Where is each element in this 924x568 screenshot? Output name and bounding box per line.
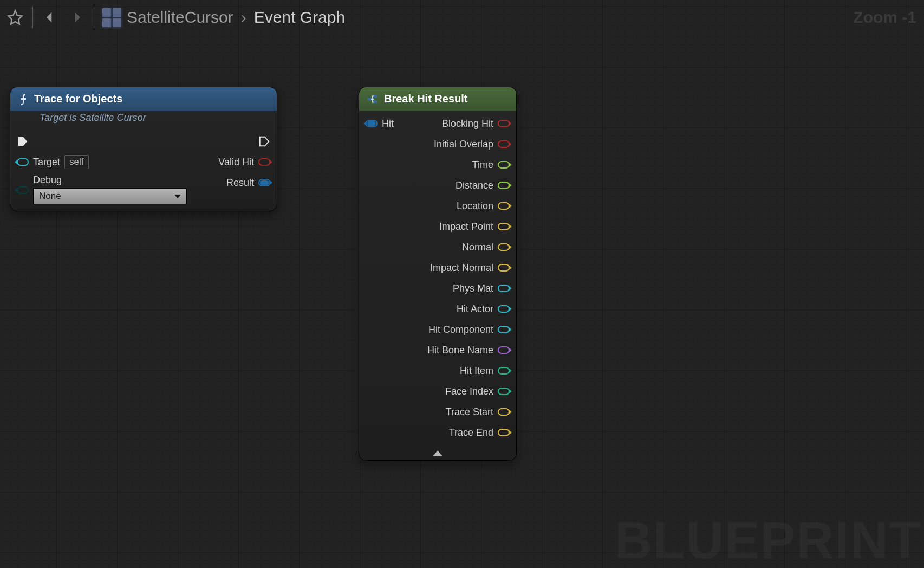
svg-rect-0 — [368, 98, 371, 101]
output-pin[interactable]: Hit Actor — [457, 301, 510, 317]
output-pin[interactable]: Phys Mat — [453, 280, 510, 296]
pin-label: Result — [226, 177, 254, 189]
data-pin-icon — [258, 158, 270, 166]
output-pin[interactable]: Impact Normal — [430, 260, 510, 276]
output-pin[interactable]: Hit Component — [428, 321, 510, 338]
pin-label: Normal — [462, 242, 493, 253]
data-pin-icon — [498, 182, 510, 189]
data-pin-icon — [498, 223, 510, 230]
editor-toolbar: SatelliteCursor › Event Graph Zoom -1 — [0, 0, 924, 35]
data-pin-icon — [366, 120, 378, 127]
pin-label: Hit Bone Name — [427, 345, 493, 356]
node-header[interactable]: Trace for Objects — [10, 87, 277, 111]
node-break-hit-result[interactable]: Break Hit Result Hit Blocking HitInitial… — [359, 87, 517, 461]
dropdown-value: None — [39, 191, 61, 202]
breadcrumb: SatelliteCursor › Event Graph — [127, 8, 345, 27]
pin-label: Debug — [33, 175, 187, 186]
output-pin[interactable]: Distance — [456, 177, 510, 193]
data-pin-icon — [17, 186, 29, 194]
data-pin-icon — [498, 429, 510, 436]
pin-label: Impact Point — [439, 221, 493, 233]
svg-rect-2 — [374, 100, 377, 103]
pin-label: Hit Component — [428, 324, 493, 335]
pin-label: Blocking Hit — [442, 118, 493, 130]
pin-label: Distance — [456, 180, 493, 191]
debug-dropdown[interactable]: None — [33, 188, 187, 204]
output-pin[interactable]: Hit Bone Name — [427, 342, 510, 358]
chevron-up-icon — [433, 450, 442, 456]
pin-label: Valid Hit — [218, 157, 254, 168]
output-pin[interactable]: Face Index — [445, 383, 510, 399]
pin-label: Time — [472, 159, 493, 171]
pin-label: Phys Mat — [453, 283, 493, 294]
pin-label: Face Index — [445, 386, 493, 397]
svg-rect-1 — [374, 95, 377, 98]
pin-label: Target — [33, 157, 60, 168]
separator — [94, 7, 94, 28]
result-pin[interactable]: Result — [226, 175, 270, 191]
pin-label: Hit — [382, 118, 394, 130]
pin-label: Initial Overlap — [434, 139, 493, 150]
output-pin[interactable]: Normal — [462, 239, 510, 255]
node-subtitle: Target is Satellite Cursor — [10, 111, 277, 129]
node-title: Break Hit Result — [384, 93, 468, 105]
data-pin-icon — [498, 161, 510, 169]
data-pin-icon — [498, 305, 510, 313]
favorite-button[interactable] — [4, 7, 26, 28]
blueprint-icon[interactable] — [101, 7, 122, 28]
breadcrumb-current[interactable]: Event Graph — [254, 8, 345, 27]
valid-hit-pin[interactable]: Valid Hit — [218, 154, 270, 170]
expand-node-button[interactable] — [359, 447, 516, 460]
exec-out-pin[interactable] — [258, 133, 270, 150]
zoom-indicator: Zoom -1 — [853, 8, 920, 27]
output-pin[interactable]: Location — [457, 198, 510, 214]
data-pin-icon — [498, 408, 510, 416]
node-header[interactable]: Break Hit Result — [359, 87, 516, 111]
pin-label: Trace End — [449, 427, 493, 438]
pin-label: Hit Actor — [457, 304, 493, 315]
data-pin-icon — [498, 326, 510, 333]
data-pin-icon — [498, 140, 510, 148]
function-icon — [18, 93, 29, 106]
chevron-down-icon — [174, 195, 181, 198]
exec-pin-icon — [17, 135, 29, 147]
output-pin[interactable]: Trace Start — [446, 404, 510, 420]
nav-back-button[interactable] — [40, 7, 61, 28]
exec-in-pin[interactable] — [17, 133, 29, 150]
data-pin-icon — [498, 346, 510, 354]
pin-label: Location — [457, 201, 493, 212]
hit-input-pin[interactable]: Hit — [366, 115, 394, 132]
data-pin-icon — [498, 285, 510, 292]
break-struct-icon — [367, 93, 379, 105]
data-pin-icon — [498, 243, 510, 251]
pin-label: Impact Normal — [430, 262, 493, 274]
data-pin-icon — [498, 120, 510, 127]
data-pin-icon — [498, 202, 510, 210]
breadcrumb-parent[interactable]: SatelliteCursor — [127, 8, 233, 27]
output-pin[interactable]: Time — [472, 157, 510, 173]
node-title: Trace for Objects — [34, 93, 122, 105]
pin-label: Trace Start — [446, 406, 493, 418]
debug-pin[interactable]: Debug None — [17, 175, 187, 204]
data-pin-icon — [498, 264, 510, 272]
node-trace-for-objects[interactable]: Trace for Objects Target is Satellite Cu… — [10, 87, 277, 211]
data-pin-icon — [498, 367, 510, 375]
exec-pin-icon — [258, 135, 270, 147]
output-pin[interactable]: Hit Item — [460, 363, 510, 379]
data-pin-icon — [498, 388, 510, 395]
output-pin[interactable]: Blocking Hit — [442, 115, 510, 132]
separator — [32, 7, 33, 28]
data-pin-icon — [258, 179, 270, 186]
nav-forward-button[interactable] — [66, 7, 87, 28]
target-value[interactable]: self — [64, 155, 88, 169]
data-pin-icon — [17, 158, 29, 166]
output-pin[interactable]: Impact Point — [439, 218, 510, 235]
chevron-right-icon: › — [241, 8, 246, 27]
pin-label: Hit Item — [460, 365, 493, 377]
output-pin[interactable]: Trace End — [449, 424, 510, 441]
blueprint-watermark: BLUEPRINT — [615, 511, 922, 568]
output-pin[interactable]: Initial Overlap — [434, 136, 510, 152]
target-pin[interactable]: Target self — [17, 154, 89, 170]
